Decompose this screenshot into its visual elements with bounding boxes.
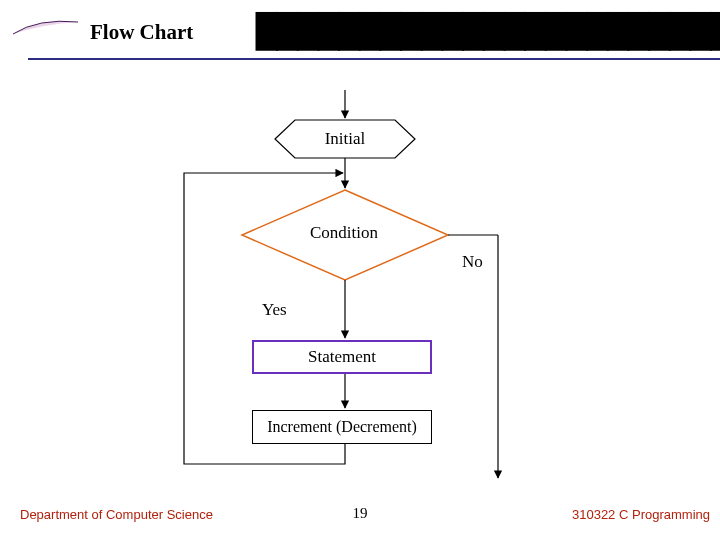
title-while: while [588, 26, 636, 51]
node-initial: Initial [270, 120, 420, 158]
footer-course: 310322 C Programming [572, 507, 710, 522]
edge-yes-label: Yes [262, 300, 287, 320]
node-condition: Condition [310, 223, 378, 243]
node-increment: Increment (Decrement) [252, 410, 432, 444]
edge-no-label: No [462, 252, 483, 272]
node-statement: Statement [252, 340, 432, 374]
slide-header: ███████████████████████████████████ Flow… [90, 20, 720, 60]
logo-swoosh [8, 14, 88, 44]
flowchart-canvas: Initial Condition Yes No Statement Incre… [0, 60, 720, 500]
